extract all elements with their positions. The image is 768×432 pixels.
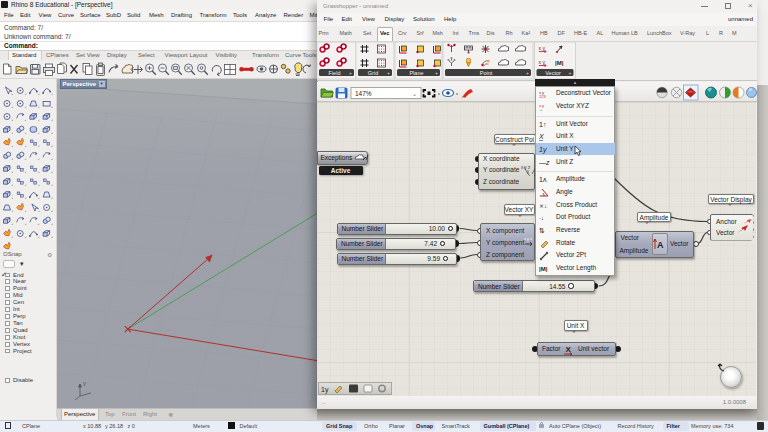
svg-text:x y: x y bbox=[539, 59, 546, 65]
svg-text:⨯↓: ⨯↓ bbox=[539, 203, 547, 209]
svg-text:Field: Field bbox=[329, 70, 341, 76]
svg-text:x y z: x y z bbox=[524, 236, 532, 241]
svg-text:⇅: ⇅ bbox=[539, 227, 545, 234]
svg-text:Point: Point bbox=[480, 70, 493, 76]
svg-text:+: + bbox=[569, 70, 572, 76]
svg-text:1y: 1y bbox=[539, 146, 547, 154]
svg-text:+: + bbox=[387, 70, 390, 76]
svg-text:|M|: |M| bbox=[539, 266, 548, 272]
svg-text:Plane: Plane bbox=[409, 70, 423, 76]
svg-text:―z: ―z bbox=[539, 159, 550, 166]
svg-text:147%: 147% bbox=[355, 90, 372, 97]
svg-text:+: + bbox=[526, 70, 529, 76]
svg-text:|M|: |M| bbox=[555, 60, 564, 66]
svg-text:X̲: X̲ bbox=[539, 133, 544, 141]
svg-text:Vector: Vector bbox=[545, 70, 561, 76]
svg-text:1y: 1y bbox=[321, 385, 329, 393]
svg-text:123: 123 bbox=[539, 94, 546, 99]
svg-text:Grid: Grid bbox=[368, 70, 378, 76]
svg-text:+: + bbox=[435, 70, 438, 76]
svg-text:x y z: x y z bbox=[521, 165, 531, 170]
svg-text:y: y bbox=[83, 380, 86, 386]
svg-text:⌄: ⌄ bbox=[412, 91, 417, 97]
svg-text:+: + bbox=[349, 70, 352, 76]
svg-text:1ʌ: 1ʌ bbox=[539, 176, 547, 183]
svg-text:→: → bbox=[539, 107, 543, 112]
svg-text:x y: x y bbox=[539, 45, 546, 51]
svg-text:·↓: ·↓ bbox=[539, 215, 544, 221]
svg-text:1↑: 1↑ bbox=[539, 121, 546, 128]
svg-text:A: A bbox=[657, 240, 664, 250]
